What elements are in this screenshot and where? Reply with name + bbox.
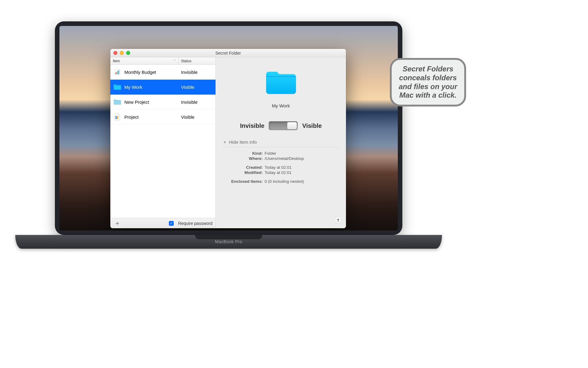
macbook-label: MacBook Pro <box>215 239 242 244</box>
require-password-label: Require password <box>178 221 212 226</box>
macbook-frame: Secret Folder Item ⌃ Status <box>15 15 442 250</box>
svg-rect-6 <box>266 76 296 77</box>
info-value: Today at 02:01 <box>265 165 292 170</box>
add-item-button[interactable]: ＋ <box>113 219 121 227</box>
switch-knob <box>287 122 297 129</box>
folder-preview-icon <box>264 70 298 96</box>
list-item[interactable]: Monthly Budget Invisible <box>110 65 216 80</box>
visibility-switch[interactable] <box>269 121 298 130</box>
svg-rect-1 <box>116 72 116 74</box>
item-info: Kind: Folder Where: /Users/metal/Desktop… <box>223 150 339 184</box>
minimize-button[interactable] <box>120 51 124 55</box>
column-header-status[interactable]: Status <box>179 57 216 64</box>
titlebar[interactable]: Secret Folder <box>110 49 346 57</box>
info-row-kind: Kind: Folder <box>223 151 339 156</box>
list-item-status: Invisible <box>181 70 198 75</box>
list-footer: ＋ ✓ Require password <box>110 218 216 228</box>
info-value: Today at 02:01 <box>265 170 292 175</box>
column-header-item-label: Item <box>113 59 120 63</box>
marketing-callout: Secret Folders conceals folders and file… <box>390 58 466 106</box>
svg-rect-4 <box>116 116 117 119</box>
toggle-label-visible: Visible <box>302 122 322 129</box>
toggle-label-invisible: Invisible <box>240 122 264 129</box>
require-password-checkbox[interactable]: ✓ <box>169 221 174 226</box>
document-icon <box>113 113 121 121</box>
chevron-down-icon: ▼ <box>223 140 226 144</box>
svg-rect-5 <box>117 116 118 119</box>
info-label: Enclosed Items: <box>223 179 263 184</box>
item-info-disclosure[interactable]: ▼ Hide item info <box>223 139 339 145</box>
help-button[interactable]: ? <box>334 217 342 224</box>
window-body: Item ⌃ Status <box>110 57 346 228</box>
desktop-wallpaper: Secret Folder Item ⌃ Status <box>59 26 398 230</box>
macbook-bezel: Secret Folder Item ⌃ Status <box>55 21 402 235</box>
info-row-enclosed: Enclosed Items: 0 (0 including nested) <box>223 179 339 184</box>
sort-chevron-up-icon: ⌃ <box>173 59 176 63</box>
disclosure-label: Hide item info <box>229 139 257 145</box>
chart-file-icon <box>113 68 121 76</box>
info-label: Where: <box>223 156 263 161</box>
item-list-pane: Item ⌃ Status <box>110 57 216 228</box>
info-row-modified: Modified: Today at 02:01 <box>223 170 339 175</box>
info-value: /Users/metal/Desktop <box>265 156 304 161</box>
close-button[interactable] <box>113 51 117 55</box>
zoom-button[interactable] <box>126 51 130 55</box>
list-item-name: New Project <box>124 99 149 105</box>
svg-rect-2 <box>117 71 118 74</box>
app-window: Secret Folder Item ⌃ Status <box>110 49 346 228</box>
list-item-status: Invisible <box>181 99 198 105</box>
info-label: Created: <box>223 165 263 170</box>
column-header-status-label: Status <box>181 59 191 63</box>
info-label: Kind: <box>223 151 263 156</box>
info-row-created: Created: Today at 02:01 <box>223 165 339 170</box>
detail-pane: My Work Invisible Visible ▼ Hide item in… <box>216 57 346 228</box>
list-item-status: Visible <box>181 85 194 90</box>
folder-icon <box>113 83 121 91</box>
list-item[interactable]: New Project Invisible <box>110 95 216 110</box>
list-item[interactable]: Project Visible <box>110 110 216 124</box>
list-item-name: My Work <box>124 85 142 90</box>
traffic-lights <box>113 51 130 55</box>
info-label: Modified: <box>223 170 263 175</box>
svg-rect-3 <box>118 70 119 74</box>
list-item[interactable]: My Work Visible <box>110 80 216 95</box>
list-item-name: Monthly Budget <box>124 70 156 75</box>
folder-icon <box>113 98 121 106</box>
info-value: 0 (0 including nested) <box>265 179 304 184</box>
macbook-notch <box>195 235 262 239</box>
info-row-where: Where: /Users/metal/Desktop <box>223 156 339 161</box>
item-list[interactable]: Monthly Budget Invisible <box>110 65 216 218</box>
window-title: Secret Folder <box>110 51 346 56</box>
list-item-name: Project <box>124 114 139 120</box>
preview-name: My Work <box>272 103 290 108</box>
column-header-row: Item ⌃ Status <box>110 57 216 65</box>
divider <box>223 147 339 147</box>
visibility-toggle-row: Invisible Visible <box>223 121 339 130</box>
preview-area: My Work <box>223 65 339 108</box>
help-button-label: ? <box>337 218 340 223</box>
column-header-item[interactable]: Item ⌃ <box>110 57 179 64</box>
callout-text: Secret Folders conceals folders and file… <box>399 65 457 99</box>
list-item-status: Visible <box>181 114 194 120</box>
info-value: Folder <box>265 151 276 156</box>
